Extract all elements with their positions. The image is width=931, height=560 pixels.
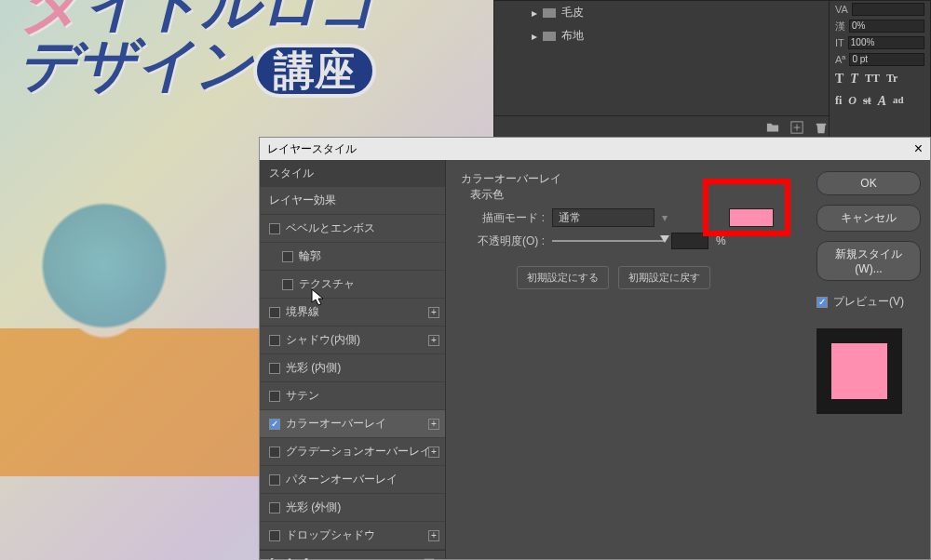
opacity-unit: % [716,234,726,247]
dialog-title-text: レイヤースタイル [267,141,357,157]
add-effect-icon[interactable]: + [428,335,439,346]
preview-inner-color [831,343,887,399]
bold-button[interactable]: T [835,72,843,87]
style-label: パターンオーバーレイ [286,472,398,487]
style-checkbox[interactable] [269,502,280,513]
cursor-icon [311,288,326,307]
type-toolbar-2: fi O st A ad [830,90,930,113]
blend-mode-value: 通常 [559,210,581,226]
layer-label: 布地 [561,28,584,44]
style-checkbox[interactable] [282,279,293,290]
folder-icon[interactable] [766,121,779,134]
close-button[interactable]: × [914,140,923,157]
chevron-down-icon[interactable]: ▾ [662,211,668,224]
style-item[interactable]: 光彩 (内側) [260,354,445,382]
preview-checkbox-row[interactable]: プレビュー(V) [816,294,921,310]
kerning-input[interactable]: 0% [849,20,924,33]
up-icon[interactable]: ⬆ [285,556,294,560]
stylistic-button[interactable]: st [863,94,871,109]
folder-icon [543,8,556,18]
dialog-body: スタイル レイヤー効果ベベルとエンボス輪郭テクスチャ境界線+シャドウ(内側)+光… [260,160,930,559]
add-effect-icon[interactable]: + [428,447,439,458]
style-item[interactable]: ドロップシャドウ+ [260,522,445,550]
new-style-button[interactable]: 新規スタイル(W)... [816,241,921,281]
style-item[interactable]: パターンオーバーレイ [260,466,445,494]
style-checkbox[interactable] [269,447,280,458]
height-input[interactable]: 100% [848,36,924,49]
style-checkbox[interactable] [269,391,280,402]
style-item[interactable]: 輪郭 [260,243,445,271]
style-item[interactable]: テクスチャ [260,271,445,299]
layer-footer-icons [494,115,846,139]
add-icon[interactable] [790,121,803,134]
style-item[interactable]: レイヤー効果 [260,187,445,215]
style-label: 輪郭 [299,248,321,264]
trash-icon[interactable] [423,556,436,560]
trash-icon[interactable] [815,121,828,134]
ordinals-button[interactable]: O [848,94,857,109]
preview-label: プレビュー(V) [833,294,904,310]
canvas-title-art: タイトルロゴ デザイン講座 [19,0,377,98]
preview-checkbox[interactable] [816,297,828,308]
title-badge: 講座 [253,44,376,98]
style-checkbox[interactable] [269,530,280,541]
kerning-label: 漢 [835,20,845,33]
cancel-button[interactable]: キャンセル [816,205,921,232]
ligature-button[interactable]: fi [835,94,842,109]
fx-label[interactable]: fx [269,556,277,560]
style-checkbox[interactable] [269,419,280,430]
anime-character-art [0,140,261,560]
baseline-label: Aª [835,54,845,65]
va-input[interactable] [852,3,924,16]
allcaps-button[interactable]: TT [865,72,880,87]
style-checkbox[interactable] [269,363,280,374]
styles-list: スタイル レイヤー効果ベベルとエンボス輪郭テクスチャ境界線+シャドウ(内側)+光… [260,160,446,559]
va-label: VA [835,4,848,15]
down-icon[interactable]: ⬇ [302,556,311,560]
opacity-slider[interactable] [552,240,664,242]
style-item[interactable]: 境界線+ [260,299,445,327]
italic-button[interactable]: T [850,72,858,87]
style-item[interactable]: 光彩 (外側) [260,494,445,522]
reset-default-button[interactable]: 初期設定にする [517,266,609,289]
height-label: IT [835,37,844,48]
add-effect-icon[interactable]: + [428,419,439,430]
style-checkbox[interactable] [269,474,280,486]
dialog-buttons: OK キャンセル 新規スタイル(W)... プレビュー(V) [807,160,930,559]
style-item[interactable]: サテン [260,382,445,410]
style-checkbox[interactable] [282,251,293,262]
blend-mode-dropdown[interactable]: 通常 [552,208,654,227]
blend-mode-label: 描画モード : [461,210,545,226]
style-item[interactable]: シャドウ(内側)+ [260,327,445,354]
chevron-right-icon: ▸ [532,30,537,43]
ok-button[interactable]: OK [816,171,921,195]
smallcaps-button[interactable]: Tr [886,72,897,87]
style-checkbox[interactable] [269,307,280,318]
layer-item[interactable]: ▸ 布地 [494,24,846,47]
title-blue-1: イトルロゴ [84,0,377,36]
layer-item[interactable]: ▸ 毛皮 [494,1,846,24]
layer-label: 毛皮 [561,5,584,20]
layers-panel: ▸ 毛皮 ▸ 布地 [493,0,847,140]
fx-toolbar: fx ⬆ ⬇ [260,550,445,560]
style-item[interactable]: ベベルとエンボス [260,215,445,243]
opacity-label: 不透明度(O) : [461,233,545,249]
type-toolbar: T T TT Tr [830,68,930,90]
style-label: レイヤー効果 [269,193,336,208]
style-item[interactable]: カラーオーバーレイ+ [260,410,445,438]
reset-revert-button[interactable]: 初期設定に戻す [618,266,710,289]
style-label: カラーオーバーレイ [286,416,386,432]
style-checkbox[interactable] [269,335,280,346]
slider-thumb[interactable] [660,235,669,243]
style-checkbox[interactable] [269,223,280,234]
style-item[interactable]: グラデーションオーバーレイ+ [260,438,445,466]
style-label: ベベルとエンボス [286,220,375,236]
add-effect-icon[interactable]: + [428,530,439,541]
add-effect-icon[interactable]: + [428,307,439,318]
baseline-input[interactable]: 0 pt [849,53,924,66]
italic-alt-button[interactable]: A [878,94,886,109]
styles-header[interactable]: スタイル [260,160,445,187]
detail-area: カラーオーバーレイ 表示色 描画モード : 通常 ▾ 不透明度(O) : % 初… [446,160,807,559]
ad-button[interactable]: ad [893,94,904,109]
style-label: グラデーションオーバーレイ [286,444,431,460]
